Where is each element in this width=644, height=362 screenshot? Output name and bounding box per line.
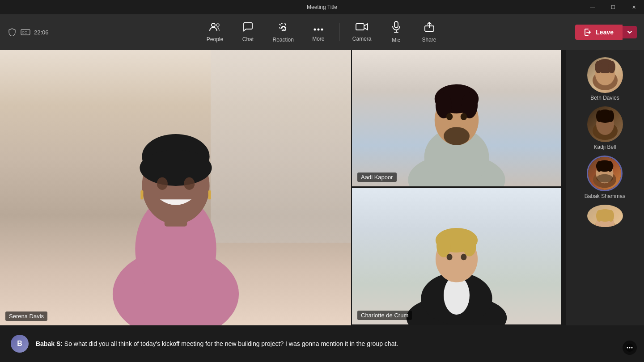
chat-button[interactable]: Chat <box>232 18 263 46</box>
reaction-label: Reaction <box>272 37 293 43</box>
right-videos: Aadi Kapoor <box>351 50 561 325</box>
serena-label: Serena Davis <box>5 311 47 321</box>
sidebar-participants: Beth Davies Kadji Bell <box>566 50 644 325</box>
minimize-button[interactable]: — <box>582 0 603 14</box>
leave-label: Leave <box>596 29 614 36</box>
people-button[interactable]: People <box>199 18 230 46</box>
video-aadi: Aadi Kapoor <box>351 50 561 187</box>
share-button[interactable]: Share <box>414 18 445 46</box>
svg-point-32 <box>446 113 453 120</box>
people-label: People <box>207 36 223 42</box>
camera-label: Camera <box>352 36 372 42</box>
mic-button[interactable]: Mic <box>381 17 412 47</box>
svg-point-57 <box>597 161 602 172</box>
svg-point-33 <box>461 113 467 120</box>
svg-rect-10 <box>394 21 398 28</box>
svg-point-6 <box>314 29 316 31</box>
svg-point-64 <box>608 210 614 222</box>
shield-icon <box>7 27 17 37</box>
svg-point-58 <box>607 161 613 172</box>
beth-name: Beth Davies <box>590 95 619 101</box>
sidebar-participant-babak[interactable]: Babak Shammas <box>585 156 625 199</box>
window-controls: — ☐ ✕ <box>582 0 644 14</box>
camera-icon <box>356 22 368 34</box>
caption-more-button[interactable] <box>623 341 637 355</box>
svg-rect-23 <box>208 190 211 199</box>
svg-point-52 <box>596 110 602 122</box>
more-icon <box>313 22 324 34</box>
people-icon <box>209 22 220 34</box>
svg-point-5 <box>284 27 285 28</box>
caption-speaker: Babak S: <box>36 340 63 347</box>
svg-point-67 <box>629 347 631 349</box>
leave-button-group: Leave <box>575 25 637 40</box>
avatar-bottom <box>587 205 623 227</box>
sidebar-participant-beth[interactable]: Beth Davies <box>587 57 623 101</box>
svg-point-63 <box>596 210 602 222</box>
svg-point-48 <box>608 61 615 73</box>
svg-point-68 <box>631 347 633 349</box>
reaction-icon <box>278 21 288 35</box>
share-label: Share <box>422 37 436 43</box>
meeting-timer: 22:06 <box>34 29 49 36</box>
toolbar: CC 22:06 People Chat <box>0 14 644 50</box>
chat-icon <box>242 22 253 34</box>
caption-text: Babak S: So what did you all think of to… <box>36 339 398 349</box>
video-grid: Serena Davis <box>0 50 566 325</box>
sidebar-participant-kadji[interactable]: Kadji Bell <box>587 106 623 150</box>
svg-point-53 <box>608 110 614 122</box>
camera-button[interactable]: Camera <box>345 19 379 46</box>
avatar-kadji <box>587 106 623 142</box>
svg-point-4 <box>282 27 283 28</box>
sidebar-participant-bottom[interactable] <box>587 205 623 227</box>
main-content: Serena Davis <box>0 50 644 325</box>
svg-point-19 <box>140 150 212 186</box>
toolbar-left-icons: CC 22:06 <box>7 27 49 37</box>
video-charlotte: Charlotte de Crum <box>351 187 561 325</box>
avatar-beth <box>587 57 623 93</box>
cc-icon: CC <box>21 27 30 37</box>
leave-button[interactable]: Leave <box>575 25 623 40</box>
svg-point-31 <box>444 127 470 145</box>
svg-point-8 <box>321 29 323 31</box>
mic-icon <box>392 21 401 35</box>
kadji-name: Kadji Bell <box>593 144 616 150</box>
svg-point-2 <box>212 23 215 27</box>
close-button[interactable]: ✕ <box>623 0 644 14</box>
svg-point-20 <box>157 177 167 189</box>
svg-point-41 <box>463 237 476 256</box>
caption-message: So what did you all think of today's kic… <box>64 340 398 347</box>
charlotte-label: Charlotte de Crum <box>357 311 412 320</box>
svg-point-3 <box>216 24 219 26</box>
avatar-babak <box>587 156 623 191</box>
svg-text:CC: CC <box>22 30 27 34</box>
svg-point-7 <box>317 29 319 31</box>
aadi-label: Aadi Kapoor <box>357 173 397 182</box>
chat-label: Chat <box>242 36 254 42</box>
svg-point-66 <box>627 347 628 349</box>
maximize-button[interactable]: ☐ <box>603 0 623 14</box>
reaction-button[interactable]: Reaction <box>265 18 301 46</box>
svg-rect-9 <box>356 24 364 30</box>
large-video-serena: Serena Davis <box>0 50 351 325</box>
babak-name: Babak Shammas <box>585 193 625 199</box>
svg-point-42 <box>447 254 453 260</box>
svg-rect-22 <box>140 190 143 199</box>
title-bar: Meeting Title — ☐ ✕ <box>0 0 644 14</box>
caption-avatar: B <box>11 335 29 353</box>
more-button[interactable]: More <box>303 19 334 46</box>
svg-point-43 <box>461 254 466 260</box>
svg-point-47 <box>595 61 602 73</box>
svg-point-21 <box>184 177 195 189</box>
mic-label: Mic <box>392 37 400 43</box>
share-icon <box>424 21 435 35</box>
more-label: More <box>312 36 324 42</box>
svg-point-59 <box>597 174 613 183</box>
caption-bar: B Babak S: So what did you all think of … <box>0 325 644 362</box>
leave-dropdown-button[interactable] <box>623 26 637 38</box>
window-title: Meeting Title <box>307 4 337 10</box>
